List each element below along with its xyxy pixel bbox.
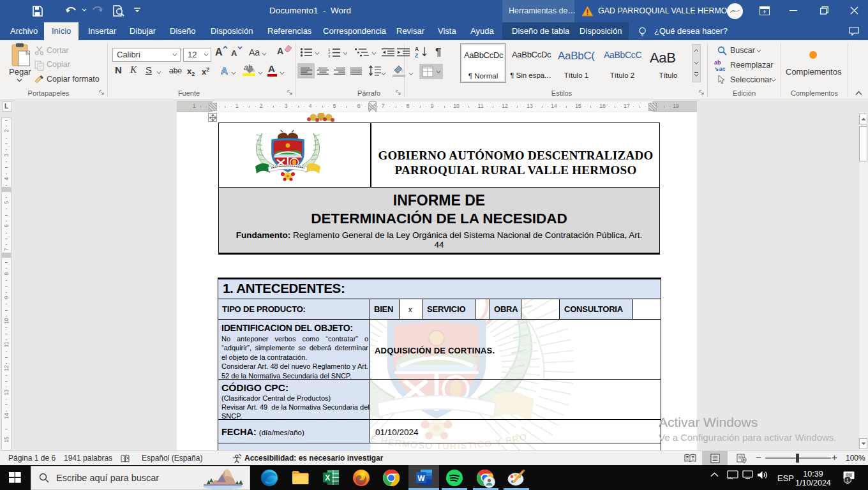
svg-text:W: W (417, 474, 425, 483)
svg-text:A: A (221, 65, 228, 75)
svg-text:Z: Z (415, 52, 418, 58)
svg-text:3: 3 (328, 54, 331, 57)
svg-text:X: X (325, 473, 330, 482)
svg-text:A: A (415, 46, 419, 52)
